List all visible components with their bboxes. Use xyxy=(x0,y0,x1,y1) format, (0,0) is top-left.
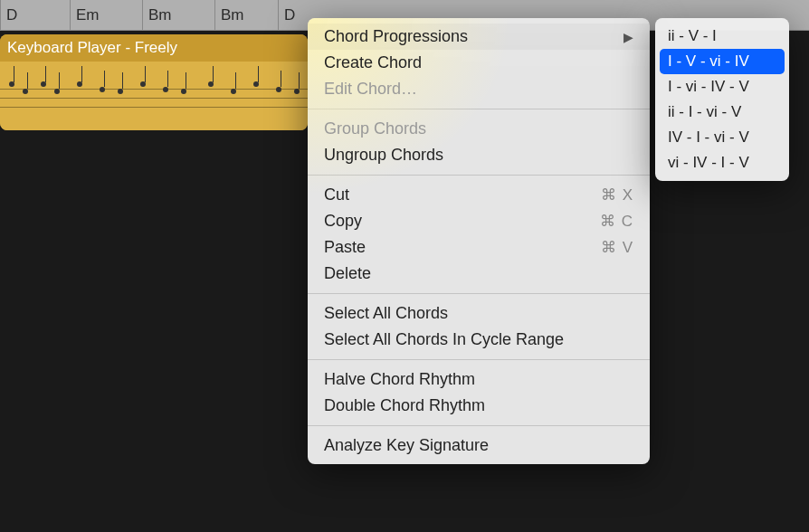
menu-item-label: Paste xyxy=(324,238,366,257)
menu-item-label: Ungroup Chords xyxy=(324,146,443,165)
menu-item-double-chord-rhythm[interactable]: Double Chord Rhythm xyxy=(308,393,650,419)
chord-cell[interactable]: D xyxy=(0,0,70,30)
menu-separator xyxy=(308,293,650,294)
chevron-right-icon: ▶ xyxy=(623,30,633,44)
chord-cell[interactable]: Bm xyxy=(142,0,214,30)
menu-item-analyze-key-signature[interactable]: Analyze Key Signature xyxy=(308,432,650,459)
menu-item-label: Halve Chord Rhythm xyxy=(324,370,475,389)
menu-item-cut[interactable]: Cut⌘ X xyxy=(308,182,650,208)
progression-vi-iv-i-v[interactable]: vi - IV - I - V xyxy=(655,150,789,176)
progression-iv-i-vi-v[interactable]: IV - I - vi - V xyxy=(655,125,789,150)
menu-item-label: Edit Chord… xyxy=(324,80,417,99)
menu-item-create-chord[interactable]: Create Chord xyxy=(308,50,650,76)
menu-separator xyxy=(308,175,650,176)
progression-ii-i-vi-v[interactable]: ii - I - vi - V xyxy=(655,100,789,125)
menu-item-group-chords: Group Chords xyxy=(308,116,650,142)
chord-cell[interactable]: Bm xyxy=(214,0,278,30)
menu-item-label: Select All Chords In Cycle Range xyxy=(324,330,564,349)
chord-label: D xyxy=(6,6,17,24)
chord-cell[interactable]: Em xyxy=(70,0,142,30)
menu-item-delete[interactable]: Delete xyxy=(308,261,650,287)
chord-label: Bm xyxy=(148,6,172,24)
menu-separator xyxy=(308,109,650,109)
menu-item-label: Chord Progressions xyxy=(324,27,468,46)
region-title: Keyboard Player - Freely xyxy=(7,39,177,57)
menu-item-label: Double Chord Rhythm xyxy=(324,396,485,415)
menu-item-ungroup-chords[interactable]: Ungroup Chords xyxy=(308,142,650,168)
menu-shortcut: ⌘ X xyxy=(601,185,633,204)
menu-item-select-all-chords-in-cycle-range[interactable]: Select All Chords In Cycle Range xyxy=(308,327,650,353)
progression-i-v-vi-iv[interactable]: I - V - vi - IV xyxy=(660,49,785,74)
menu-item-label: Analyze Key Signature xyxy=(324,436,489,455)
chord-label: D xyxy=(284,6,295,24)
chord-label: Bm xyxy=(221,6,244,24)
menu-item-label: Create Chord xyxy=(324,53,422,72)
region-body xyxy=(0,62,308,130)
menu-item-select-all-chords[interactable]: Select All Chords xyxy=(308,300,650,327)
menu-item-halve-chord-rhythm[interactable]: Halve Chord Rhythm xyxy=(308,366,650,393)
chord-progressions-submenu: ii - V - II - V - vi - IVI - vi - IV - V… xyxy=(655,18,789,181)
menu-item-paste[interactable]: Paste⌘ V xyxy=(308,234,650,261)
menu-item-label: Select All Chords xyxy=(324,304,448,323)
menu-separator xyxy=(308,359,650,360)
menu-separator xyxy=(308,425,650,426)
menu-shortcut: ⌘ C xyxy=(600,212,633,231)
region-header: Keyboard Player - Freely xyxy=(0,34,308,62)
context-menu: Chord Progressions▶Create ChordEdit Chor… xyxy=(308,18,650,464)
progression-i-vi-iv-v[interactable]: I - vi - IV - V xyxy=(655,74,789,100)
chord-label: Em xyxy=(76,6,100,24)
menu-item-label: Copy xyxy=(324,212,362,231)
menu-item-label: Cut xyxy=(324,185,349,204)
menu-item-label: Group Chords xyxy=(324,119,426,138)
midi-region[interactable]: Keyboard Player - Freely xyxy=(0,34,308,130)
menu-item-copy[interactable]: Copy⌘ C xyxy=(308,208,650,234)
progression-ii-v-i[interactable]: ii - V - I xyxy=(655,24,789,49)
menu-item-edit-chord: Edit Chord… xyxy=(308,76,650,102)
menu-item-chord-progressions[interactable]: Chord Progressions▶ xyxy=(308,24,650,50)
menu-item-label: Delete xyxy=(324,264,371,283)
menu-shortcut: ⌘ V xyxy=(601,238,633,257)
